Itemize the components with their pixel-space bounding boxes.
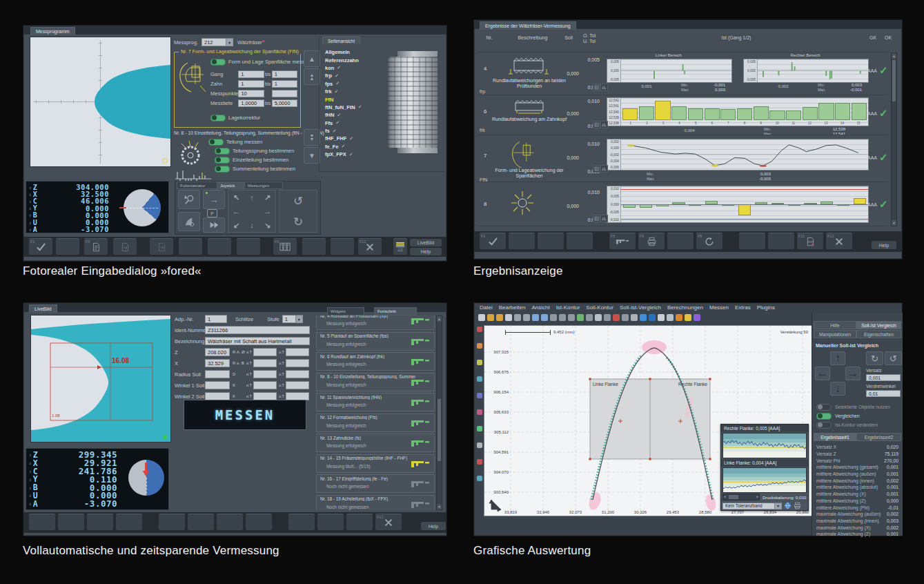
jog-down-left-icon[interactable]: ↙ <box>233 221 239 230</box>
messprog-select[interactable]: 212 <box>201 38 233 46</box>
upper-tol-input[interactable] <box>253 381 277 389</box>
f9-button[interactable] <box>288 514 315 530</box>
shift-up-button[interactable]: ↑ <box>830 351 845 365</box>
f8-refresh-button[interactable]: F8 <box>696 233 723 249</box>
menu-item[interactable]: Bearbeiten <box>499 304 526 311</box>
toolbar-icon[interactable] <box>667 314 674 321</box>
toolbar-icon[interactable] <box>658 314 665 321</box>
jog-up-left-icon[interactable]: ↖ <box>233 193 239 202</box>
scroll-down-button[interactable]: ▼ <box>304 147 320 164</box>
upper-tol-input[interactable] <box>253 370 277 378</box>
toolbar-icon[interactable] <box>595 314 602 321</box>
side-view-item[interactable]: frk ✓ <box>325 88 362 95</box>
rotate-ccw-button[interactable]: ↺ <box>279 191 317 211</box>
printer-icon[interactable] <box>794 502 801 509</box>
menu-item[interactable]: Soll-Ist-Vergleich <box>620 304 661 311</box>
menu-item[interactable]: Extras <box>735 304 751 311</box>
toolbar-icon[interactable] <box>523 314 530 321</box>
tab-hilfe[interactable]: Hilfe <box>814 321 856 329</box>
angle-probe-button[interactable] <box>178 212 200 231</box>
jog-down-right-icon[interactable]: ↘ <box>264 221 271 230</box>
f12-cancel-button[interactable]: F12 <box>358 238 382 255</box>
stufe-select[interactable]: 1 <box>282 315 303 323</box>
versatz-input[interactable]: 0,001 <box>866 374 901 381</box>
f12-cancel-button[interactable]: F12 <box>375 514 402 530</box>
toolbar-icon[interactable] <box>640 314 647 321</box>
chart-view-icon[interactable] <box>600 215 608 222</box>
field-input-2[interactable]: 1 <box>272 80 297 88</box>
field-input[interactable]: 1 <box>238 70 264 78</box>
side-view-item[interactable]: fHN ✓ <box>325 111 362 119</box>
toolbar-icon[interactable] <box>622 314 629 321</box>
toolbar-icon[interactable] <box>477 442 482 448</box>
toolbar-icon[interactable] <box>613 314 620 321</box>
f11-button[interactable] <box>346 514 373 530</box>
toolbar-icon[interactable] <box>477 426 482 431</box>
rotate-cw-button[interactable]: ↻ <box>866 351 883 365</box>
axis-input[interactable] <box>205 370 230 378</box>
menu-item[interactable]: Ist-Kontur <box>556 304 580 311</box>
toolbar-icon[interactable] <box>532 314 539 321</box>
menu-item[interactable]: Messen <box>709 304 729 311</box>
globe-icon[interactable] <box>784 502 792 509</box>
toolbar-icon[interactable] <box>477 476 482 481</box>
f2-button[interactable] <box>56 238 79 255</box>
side-view-item[interactable]: fs ✓ <box>325 127 362 135</box>
toolbar-icon[interactable] <box>568 314 575 321</box>
probe-zoom-button[interactable] <box>178 190 200 209</box>
lower-tol-input[interactable] <box>286 359 309 367</box>
p4-toolbar-icons[interactable] <box>478 313 700 322</box>
table-view-icon[interactable] <box>593 165 600 173</box>
menu-item[interactable]: Datei <box>480 304 493 311</box>
jog-down-icon[interactable]: ↓ <box>250 221 254 229</box>
move-right-button[interactable]: → <box>203 190 225 209</box>
scrollbar[interactable]: ▲▼ <box>436 315 442 510</box>
f1-confirm-button[interactable]: F1 <box>480 233 506 249</box>
f6-button[interactable] <box>179 238 202 255</box>
comparison-toggle[interactable] <box>816 404 832 411</box>
teilung-toggle[interactable] <box>215 157 230 164</box>
toolbar-icon[interactable] <box>604 314 611 321</box>
shift-left-button[interactable]: ← <box>815 367 830 380</box>
p-badge[interactable]: P <box>207 209 217 217</box>
progress-item[interactable]: Nr. 16 - 17 Eingriffsteilung (fe - Fe) N… <box>316 474 435 493</box>
side-view-item[interactable]: fe_Fe ✓ <box>325 143 362 150</box>
tab-ergebnisse-2[interactable]: Ergebnisse#2 <box>856 433 901 441</box>
field-input[interactable]: 1 <box>238 80 264 88</box>
f3-document-button[interactable]: F3 <box>84 238 108 255</box>
toolbar-icon[interactable] <box>694 314 700 321</box>
tab-fortschritt[interactable]: Fortschritt <box>374 307 417 315</box>
toolbar-icon[interactable] <box>477 409 482 415</box>
tab-manipulationen[interactable]: Manipulationen <box>814 330 856 338</box>
tab-eigenschaften[interactable]: Eigenschaften <box>856 330 901 338</box>
field-input-2[interactable]: 1 <box>272 70 297 78</box>
form-lage-toggle[interactable] <box>210 59 226 66</box>
table-view-icon[interactable] <box>593 84 600 91</box>
f1-confirm-button[interactable]: F1 <box>29 238 52 255</box>
progress-item[interactable]: Nr. 18 - 19 Achsteilung (fpX - FPX) Noch… <box>316 495 435 511</box>
f2-button[interactable] <box>58 514 84 530</box>
comparison-toggle[interactable] <box>816 413 832 420</box>
toolbar-icon[interactable] <box>559 314 566 321</box>
f11-button[interactable] <box>331 238 354 255</box>
scroll-double-up-button[interactable]: ▲▲ <box>304 68 320 85</box>
f12-cancel-button[interactable]: F12 <box>826 233 852 249</box>
toolbar-icon[interactable] <box>478 314 485 321</box>
lower-tol-input[interactable] <box>286 370 309 378</box>
toolbar-icon[interactable] <box>685 314 691 321</box>
tab-ergebnisse-1[interactable]: Ergebnisse#1 <box>814 433 856 441</box>
progress-item[interactable]: Nr. 6 Rundlauf am Zahnkopf (frk) Messung… <box>316 352 435 371</box>
tab-folientastatur[interactable]: Folientastatur <box>177 182 222 189</box>
side-view-item[interactable]: ftN_fuN_FtN ✓ <box>325 104 362 111</box>
verdrehwinkel-input[interactable]: 0,01 <box>866 390 901 397</box>
p4-left-icons[interactable] <box>475 327 483 481</box>
progress-item[interactable]: Nr. 12 Formabweichung (Ffs) Messung erfo… <box>316 413 435 432</box>
ident-input[interactable]: Z311266 <box>205 326 310 334</box>
f4-button[interactable] <box>567 233 593 249</box>
jog-right-icon[interactable]: → <box>264 207 271 215</box>
teilung-toggle[interactable] <box>215 148 230 155</box>
help-button[interactable]: Help <box>410 248 442 255</box>
f3-button[interactable] <box>538 233 564 249</box>
f10-button[interactable] <box>317 514 344 530</box>
lower-tol-input[interactable] <box>286 348 309 356</box>
